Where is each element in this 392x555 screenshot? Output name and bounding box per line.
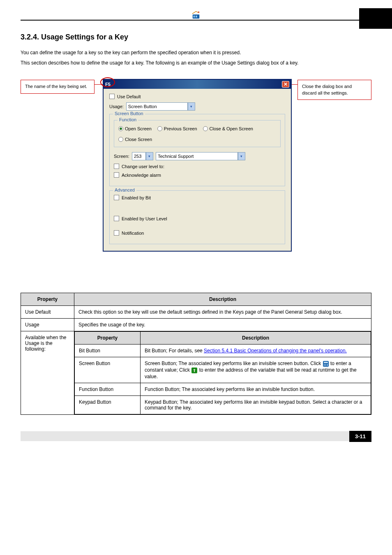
th-property: Property: [21, 293, 74, 306]
radio-open-screen[interactable]: [118, 126, 123, 131]
usage-dropdown[interactable]: [126, 102, 188, 111]
table-row: Available when the Usage is the followin…: [21, 331, 371, 415]
dialog-titlebar: F5 ✕: [104, 80, 291, 89]
cell-prop: Function Button: [75, 383, 141, 396]
table-row: Keypad Button Keypad Button; The associa…: [75, 396, 371, 414]
intro-text: You can define the usage for a key so th…: [21, 49, 371, 67]
group-advanced: Advanced Enabled by Bit Enabled by User …: [109, 190, 285, 244]
header-black-block: [359, 8, 392, 29]
address-icon[interactable]: [191, 367, 199, 373]
cell-desc: Screen Button; The associated key perfor…: [141, 357, 371, 383]
th-inner-property: Property: [75, 332, 141, 345]
th-inner-description: Description: [141, 332, 371, 345]
section-link[interactable]: Section 5.4.1 Basic Operations of changi…: [204, 348, 347, 354]
intro-p1: You can define the usage for a key so th…: [21, 49, 371, 57]
screen-label: Screen:: [114, 154, 129, 159]
radio-open-label: Open Screen: [125, 126, 152, 131]
page-header: CHAPTER 3: [21, 12, 371, 21]
page-number: 3-11: [349, 431, 371, 442]
cell-desc: Keypad Button; The associated key perfor…: [141, 396, 371, 414]
radio-prev-screen[interactable]: [157, 126, 162, 131]
enabled-user-checkbox[interactable]: [114, 216, 119, 221]
table-row: Usage Specifies the usage of the key.: [21, 319, 371, 331]
group-function-legend: Function: [118, 117, 138, 122]
use-default-label: Use Default: [117, 94, 141, 99]
inner-property-table: Property Description Bit Button Bit Butt…: [74, 331, 371, 414]
ack-alarm-label: Acknowledge alarm: [122, 173, 161, 178]
radio-close-label: Close Screen: [125, 137, 152, 142]
cell-prop: Screen Button: [75, 357, 141, 383]
chevron-down-icon[interactable]: ▾: [146, 152, 153, 160]
notification-label: Notification: [122, 231, 144, 236]
svg-rect-5: [324, 362, 328, 363]
use-default-checkbox[interactable]: [109, 94, 115, 99]
table-row: Bit Button Bit Button; For details, see …: [75, 345, 371, 357]
svg-rect-1: [194, 16, 195, 18]
change-user-label: Change user level to:: [122, 164, 164, 169]
cell-prop: Use Default: [21, 306, 74, 319]
radio-closeopen-label: Close & Open Screen: [210, 126, 253, 131]
property-table: Property Description Use Default Check t…: [21, 293, 371, 415]
svg-point-3: [198, 12, 200, 13]
cell-desc: Bit Button; For details, see Section 5.4…: [141, 345, 371, 357]
radio-close-screen[interactable]: [118, 137, 123, 142]
svg-rect-2: [196, 16, 197, 18]
chevron-down-icon[interactable]: ▾: [238, 152, 245, 160]
cell-desc: Check this option so the key will use th…: [74, 306, 371, 319]
svg-rect-6: [324, 364, 325, 365]
svg-rect-11: [327, 365, 328, 366]
th-description: Description: [74, 293, 371, 306]
cell-prop: Bit Button: [75, 345, 141, 357]
calculator-icon[interactable]: [323, 361, 330, 366]
chevron-down-icon[interactable]: ▾: [188, 102, 195, 111]
pm-logo-icon: [191, 11, 201, 20]
cell-prop: Usage: [21, 319, 74, 331]
svg-rect-8: [327, 364, 328, 365]
radio-close-open[interactable]: [203, 126, 208, 131]
callout-key-name: The name of the key being set.: [21, 80, 95, 93]
intro-p2: This section describes how to define the…: [21, 59, 371, 67]
table-row: Screen Button Screen Button; The associa…: [75, 357, 371, 383]
cell-desc: Function Button; The associated key perf…: [141, 383, 371, 396]
change-user-checkbox[interactable]: [114, 164, 119, 169]
svg-rect-7: [325, 364, 326, 365]
cell-desc: Specifies the usage of the key.: [74, 319, 371, 331]
svg-rect-10: [325, 365, 326, 366]
close-icon[interactable]: ✕: [282, 81, 289, 88]
group-advanced-legend: Advanced: [113, 187, 136, 192]
screen-number-input[interactable]: [132, 152, 146, 160]
enabled-user-label: Enabled by User Level: [122, 216, 167, 221]
group-function: Function Open Screen Previous Screen Clo…: [114, 120, 281, 147]
group-screen-button-legend: Screen Button: [113, 111, 145, 116]
page-footer: 3-11: [21, 431, 371, 441]
dialog-title: F5: [105, 82, 111, 87]
cell-prop: Keypad Button: [75, 396, 141, 414]
enabled-bit-label: Enabled by Bit: [122, 195, 151, 200]
figure-wrapper: The name of the key being set. Close the…: [21, 79, 371, 280]
ack-alarm-checkbox[interactable]: [114, 172, 119, 178]
cell-available-when: Available when the Usage is the followin…: [21, 331, 74, 415]
svg-rect-9: [324, 365, 325, 366]
screen-name-dropdown[interactable]: [156, 152, 238, 160]
usage-label: Usage:: [109, 104, 124, 109]
section-heading: 3.2.4. Usage Settings for a Key: [21, 33, 371, 42]
notification-checkbox[interactable]: [114, 230, 119, 236]
radio-prev-label: Previous Screen: [164, 126, 197, 131]
callout-close: Close the dialog box and discard all the…: [297, 80, 371, 100]
table-row: Function Button Function Button; The ass…: [75, 383, 371, 396]
table-row: Use Default Check this option so the key…: [21, 306, 371, 319]
desc-text: Bit Button; For details, see: [145, 348, 204, 354]
group-screen-button: Screen Button Function Open Screen Previ…: [109, 114, 285, 186]
dialog-f5: F5 ✕ Use Default Usage: ▾ Screen Button: [103, 79, 292, 252]
enabled-bit-checkbox[interactable]: [114, 195, 119, 200]
